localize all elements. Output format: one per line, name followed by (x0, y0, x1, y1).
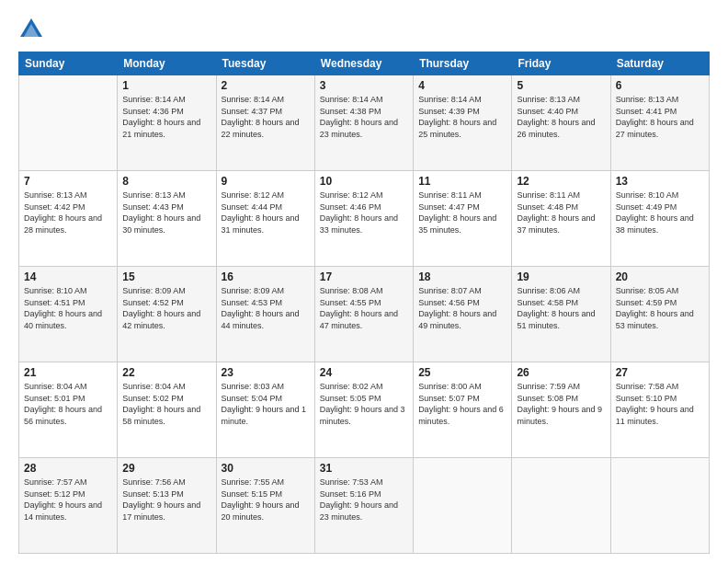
weekday-header-sunday: Sunday (19, 52, 118, 75)
day-cell: 14Sunrise: 8:10 AMSunset: 4:51 PMDayligh… (19, 267, 118, 362)
day-number: 30 (222, 462, 310, 475)
day-info: Sunrise: 7:59 AMSunset: 5:08 PMDaylight:… (517, 381, 605, 427)
day-info: Sunrise: 7:55 AMSunset: 5:15 PMDaylight:… (222, 477, 310, 523)
day-info: Sunrise: 8:10 AMSunset: 4:51 PMDaylight:… (24, 285, 112, 331)
day-info: Sunrise: 8:14 AMSunset: 4:39 PMDaylight:… (418, 94, 506, 140)
day-info: Sunrise: 8:06 AMSunset: 4:58 PMDaylight:… (517, 285, 605, 331)
day-info: Sunrise: 8:04 AMSunset: 5:01 PMDaylight:… (24, 381, 112, 427)
logo (18, 17, 48, 42)
day-number: 21 (24, 366, 112, 379)
day-number: 2 (222, 79, 310, 92)
day-number: 14 (24, 270, 112, 283)
day-info: Sunrise: 8:12 AMSunset: 4:44 PMDaylight:… (222, 190, 310, 236)
day-info: Sunrise: 8:11 AMSunset: 4:48 PMDaylight:… (517, 190, 605, 236)
day-number: 4 (418, 79, 506, 92)
day-info: Sunrise: 8:12 AMSunset: 4:46 PMDaylight:… (320, 190, 408, 236)
day-info: Sunrise: 8:04 AMSunset: 5:02 PMDaylight:… (122, 381, 210, 427)
day-number: 6 (616, 79, 704, 92)
day-number: 26 (517, 366, 605, 379)
week-row-2: 7Sunrise: 8:13 AMSunset: 4:42 PMDaylight… (19, 171, 710, 267)
week-row-1: 1Sunrise: 8:14 AMSunset: 4:36 PMDaylight… (19, 75, 710, 171)
day-info: Sunrise: 8:14 AMSunset: 4:36 PMDaylight:… (122, 94, 210, 140)
day-number: 15 (122, 270, 210, 283)
day-number: 8 (122, 175, 210, 188)
weekday-header-monday: Monday (118, 52, 216, 75)
day-cell (19, 75, 118, 171)
day-cell (414, 458, 512, 554)
day-number: 20 (616, 270, 704, 283)
day-number: 12 (517, 175, 605, 188)
day-number: 23 (222, 366, 310, 379)
day-cell: 16Sunrise: 8:09 AMSunset: 4:53 PMDayligh… (216, 267, 314, 362)
day-number: 18 (418, 270, 506, 283)
calendar-page: SundayMondayTuesdayWednesdayThursdayFrid… (0, 0, 728, 563)
day-number: 27 (616, 366, 704, 379)
day-cell: 22Sunrise: 8:04 AMSunset: 5:02 PMDayligh… (118, 362, 216, 458)
day-info: Sunrise: 7:58 AMSunset: 5:10 PMDaylight:… (616, 381, 704, 427)
day-info: Sunrise: 8:00 AMSunset: 5:07 PMDaylight:… (418, 381, 506, 427)
day-cell: 30Sunrise: 7:55 AMSunset: 5:15 PMDayligh… (216, 458, 314, 554)
day-info: Sunrise: 8:09 AMSunset: 4:53 PMDaylight:… (222, 285, 310, 331)
day-info: Sunrise: 8:13 AMSunset: 4:40 PMDaylight:… (517, 94, 605, 140)
weekday-header-saturday: Saturday (610, 52, 709, 75)
day-info: Sunrise: 8:02 AMSunset: 5:05 PMDaylight:… (320, 381, 408, 427)
day-number: 25 (418, 366, 506, 379)
header (18, 17, 710, 42)
day-cell: 10Sunrise: 8:12 AMSunset: 4:46 PMDayligh… (314, 171, 413, 267)
day-info: Sunrise: 8:13 AMSunset: 4:41 PMDaylight:… (616, 94, 704, 140)
day-info: Sunrise: 8:13 AMSunset: 4:43 PMDaylight:… (122, 190, 210, 236)
day-cell: 29Sunrise: 7:56 AMSunset: 5:13 PMDayligh… (118, 458, 216, 554)
day-cell: 25Sunrise: 8:00 AMSunset: 5:07 PMDayligh… (414, 362, 512, 458)
weekday-header-friday: Friday (512, 52, 610, 75)
weekday-header-thursday: Thursday (414, 52, 512, 75)
day-cell: 4Sunrise: 8:14 AMSunset: 4:39 PMDaylight… (414, 75, 512, 171)
day-info: Sunrise: 8:10 AMSunset: 4:49 PMDaylight:… (616, 190, 704, 236)
day-cell: 13Sunrise: 8:10 AMSunset: 4:49 PMDayligh… (610, 171, 709, 267)
week-row-5: 28Sunrise: 7:57 AMSunset: 5:12 PMDayligh… (19, 458, 710, 554)
day-cell: 7Sunrise: 8:13 AMSunset: 4:42 PMDaylight… (19, 171, 118, 267)
day-number: 3 (320, 79, 408, 92)
day-number: 7 (24, 175, 112, 188)
day-cell: 11Sunrise: 8:11 AMSunset: 4:47 PMDayligh… (414, 171, 512, 267)
day-number: 10 (320, 175, 408, 188)
weekday-header-row: SundayMondayTuesdayWednesdayThursdayFrid… (19, 52, 710, 75)
day-cell: 18Sunrise: 8:07 AMSunset: 4:56 PMDayligh… (414, 267, 512, 362)
day-info: Sunrise: 7:53 AMSunset: 5:16 PMDaylight:… (320, 477, 408, 523)
day-cell: 2Sunrise: 8:14 AMSunset: 4:37 PMDaylight… (216, 75, 314, 171)
day-number: 22 (122, 366, 210, 379)
day-cell: 20Sunrise: 8:05 AMSunset: 4:59 PMDayligh… (610, 267, 709, 362)
day-number: 19 (517, 270, 605, 283)
day-cell: 3Sunrise: 8:14 AMSunset: 4:38 PMDaylight… (314, 75, 413, 171)
weekday-header-tuesday: Tuesday (216, 52, 314, 75)
day-cell: 9Sunrise: 8:12 AMSunset: 4:44 PMDaylight… (216, 171, 314, 267)
logo-icon (18, 17, 44, 42)
day-number: 5 (517, 79, 605, 92)
day-cell: 15Sunrise: 8:09 AMSunset: 4:52 PMDayligh… (118, 267, 216, 362)
day-cell: 1Sunrise: 8:14 AMSunset: 4:36 PMDaylight… (118, 75, 216, 171)
day-number: 16 (222, 270, 310, 283)
day-info: Sunrise: 8:08 AMSunset: 4:55 PMDaylight:… (320, 285, 408, 331)
day-info: Sunrise: 8:03 AMSunset: 5:04 PMDaylight:… (222, 381, 310, 427)
day-info: Sunrise: 7:57 AMSunset: 5:12 PMDaylight:… (24, 477, 112, 523)
day-info: Sunrise: 8:14 AMSunset: 4:37 PMDaylight:… (222, 94, 310, 140)
day-cell: 17Sunrise: 8:08 AMSunset: 4:55 PMDayligh… (314, 267, 413, 362)
day-info: Sunrise: 7:56 AMSunset: 5:13 PMDaylight:… (122, 477, 210, 523)
day-number: 11 (418, 175, 506, 188)
day-number: 17 (320, 270, 408, 283)
week-row-3: 14Sunrise: 8:10 AMSunset: 4:51 PMDayligh… (19, 267, 710, 362)
day-info: Sunrise: 8:11 AMSunset: 4:47 PMDaylight:… (418, 190, 506, 236)
week-row-4: 21Sunrise: 8:04 AMSunset: 5:01 PMDayligh… (19, 362, 710, 458)
day-info: Sunrise: 8:13 AMSunset: 4:42 PMDaylight:… (24, 190, 112, 236)
day-cell (610, 458, 709, 554)
weekday-header-wednesday: Wednesday (314, 52, 413, 75)
day-cell: 8Sunrise: 8:13 AMSunset: 4:43 PMDaylight… (118, 171, 216, 267)
day-number: 9 (222, 175, 310, 188)
day-number: 13 (616, 175, 704, 188)
day-cell: 21Sunrise: 8:04 AMSunset: 5:01 PMDayligh… (19, 362, 118, 458)
day-cell: 23Sunrise: 8:03 AMSunset: 5:04 PMDayligh… (216, 362, 314, 458)
day-cell: 5Sunrise: 8:13 AMSunset: 4:40 PMDaylight… (512, 75, 610, 171)
calendar-table: SundayMondayTuesdayWednesdayThursdayFrid… (18, 52, 710, 554)
day-cell: 19Sunrise: 8:06 AMSunset: 4:58 PMDayligh… (512, 267, 610, 362)
day-info: Sunrise: 8:14 AMSunset: 4:38 PMDaylight:… (320, 94, 408, 140)
day-cell (512, 458, 610, 554)
